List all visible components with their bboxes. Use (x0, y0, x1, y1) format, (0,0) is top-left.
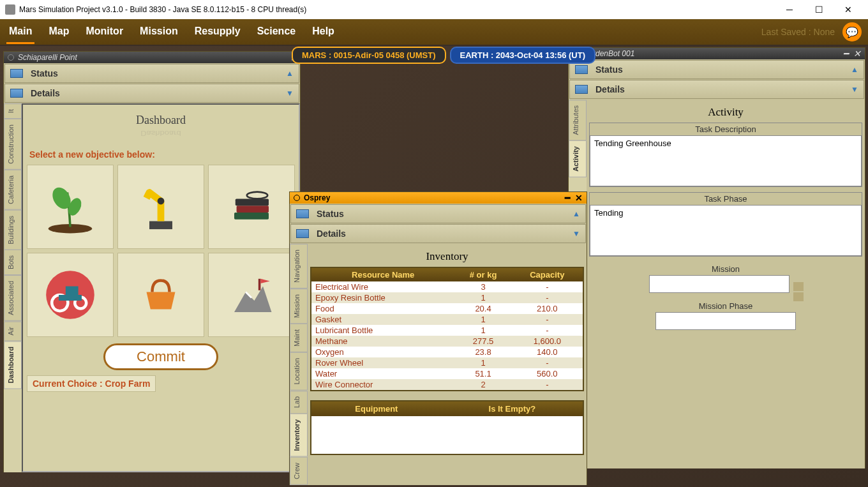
svg-rect-5 (234, 213, 269, 220)
menu-science[interactable]: Science (255, 20, 298, 44)
col-capacity[interactable]: Capacity (512, 267, 583, 281)
list-icon (575, 85, 588, 94)
tab-crew[interactable]: Crew (290, 457, 308, 485)
mission-phase-field[interactable] (655, 312, 796, 330)
table-row[interactable]: Methane277.51,600.0 (311, 336, 583, 347)
menu-map[interactable]: Map (46, 20, 71, 44)
collapse-up-icon: ▲ (286, 69, 294, 78)
tab-cafeteria[interactable]: Cafeteria (4, 170, 22, 210)
earth-time: EARTH : 2043-Oct-04 13:56 (UT) (450, 47, 596, 64)
expand-down-icon: ▼ (572, 229, 580, 238)
menu-resupply[interactable]: Resupply (192, 20, 243, 44)
gbot-details-header[interactable]: Details ▼ (569, 80, 864, 99)
tab-lab[interactable]: Lab (290, 391, 308, 414)
schia-status-header[interactable]: Status ▲ (4, 64, 299, 83)
menu-main[interactable]: Main (6, 20, 34, 44)
schia-vertical-tabs: Dashboard Air Associated Bots Buildings … (4, 103, 22, 472)
gardenbot-window: GardenBot 001 ━✕ Status ▲ Details ▼ Acti… (568, 47, 865, 468)
schiaparelli-title: Schiaparelli Point (18, 53, 77, 62)
task-phase: Tending (590, 205, 862, 256)
tab-construction[interactable]: Construction (4, 119, 22, 170)
window-titlebar: Mars Simulation Project v3.1.0 - Build 3… (0, 0, 868, 19)
objective-tourism[interactable] (208, 253, 295, 337)
objective-crop-farm[interactable] (27, 165, 114, 249)
objective-transportation[interactable] (27, 253, 114, 337)
menu-monitor[interactable]: Monitor (83, 20, 126, 44)
osprey-details-header[interactable]: Details ▼ (290, 224, 586, 243)
tab-inventory[interactable]: Inventory (290, 414, 308, 457)
tab-activity[interactable]: Activity (569, 140, 587, 177)
objective-trade[interactable] (117, 253, 204, 337)
table-row[interactable]: Lubricant Bottle1- (311, 325, 583, 336)
tab-buildings[interactable]: Buildings (4, 210, 22, 250)
svg-rect-13 (59, 295, 82, 301)
osprey-titlebar[interactable]: Osprey ━✕ (290, 192, 587, 204)
close-icon[interactable]: ✕ (853, 49, 861, 59)
tab-associated[interactable]: Associated (4, 275, 22, 321)
osprey-title: Osprey (304, 193, 330, 202)
gbot-status-header[interactable]: Status ▲ (569, 60, 864, 79)
svg-rect-7 (236, 199, 269, 206)
tab-attributes[interactable]: Attributes (569, 100, 587, 140)
mission-action-icon[interactable] (793, 282, 804, 291)
objective-manufacture[interactable] (117, 165, 204, 249)
minimize-button[interactable]: ─ (775, 0, 804, 19)
tab-it[interactable]: It (4, 103, 22, 119)
chat-icon[interactable]: 💬 (842, 22, 862, 41)
table-row[interactable]: Epoxy Resin Bottle1- (311, 292, 583, 303)
mission-label: Mission (589, 264, 862, 274)
menu-mission[interactable]: Mission (137, 20, 181, 44)
mars-time: MARS : 0015-Adir-05 0458 (UMST) (292, 47, 446, 64)
osprey-status-header[interactable]: Status ▲ (290, 204, 586, 223)
task-phase-box: Task Phase Tending (589, 192, 862, 257)
minimize-icon[interactable]: ━ (843, 49, 848, 59)
table-row[interactable]: Food20.4210.0 (311, 303, 583, 314)
close-button[interactable]: ✕ (834, 0, 863, 19)
expand-down-icon: ▼ (851, 85, 858, 94)
maximize-button[interactable]: ☐ (804, 0, 834, 19)
close-icon[interactable]: ✕ (575, 193, 583, 203)
col-equipment[interactable]: Equipment (311, 401, 442, 416)
col-resource[interactable]: Resource Name (311, 267, 454, 281)
tab-location[interactable]: Location (290, 352, 308, 391)
task-description: Tending Greenhouse (590, 135, 862, 186)
dashboard-title: Dashboard (27, 114, 295, 127)
tab-navigation[interactable]: Navigation (290, 244, 308, 288)
tab-air[interactable]: Air (4, 321, 22, 341)
app-icon (5, 4, 15, 15)
current-choice: Current Choice : Crop Farm (27, 375, 156, 392)
objective-research[interactable] (208, 165, 295, 249)
table-row[interactable]: Oxygen23.8140.0 (311, 347, 583, 357)
svg-rect-14 (258, 279, 261, 290)
mission-field[interactable] (649, 275, 789, 293)
commit-button[interactable]: Commit (103, 343, 218, 370)
table-row[interactable]: Wire Connector2- (311, 379, 583, 391)
tab-maint[interactable]: Maint (290, 324, 308, 352)
schiaparelli-window: Schiaparelli Point ▸ Status ▲ Details ▼ … (3, 51, 301, 472)
schiaparelli-titlebar[interactable]: Schiaparelli Point ▸ (4, 52, 300, 63)
col-qty[interactable]: # or kg (454, 267, 511, 281)
table-row[interactable]: Gasket1- (311, 314, 583, 325)
table-row[interactable]: Water51.1560.0 (311, 368, 583, 379)
tab-mission[interactable]: Mission (290, 288, 308, 324)
schia-details-header[interactable]: Details ▼ (4, 84, 299, 103)
inventory-table: Resource Name # or kg Capacity Electrica… (310, 267, 584, 391)
mission-phase-label: Mission Phase (589, 301, 862, 311)
equipment-table: Equipment Is It Empty? (310, 400, 584, 455)
workspace: Schiaparelli Point ▸ Status ▲ Details ▼ … (0, 46, 868, 487)
list-icon (296, 209, 309, 218)
table-row[interactable]: Electrical Wire3- (311, 281, 583, 292)
collapse-up-icon: ▲ (851, 65, 858, 74)
activity-title: Activity (589, 106, 862, 119)
mission-action-icon[interactable] (793, 292, 804, 301)
table-row[interactable]: Rover Wheel1- (311, 357, 583, 368)
menu-help[interactable]: Help (310, 20, 337, 44)
tab-dashboard[interactable]: Dashboard (4, 341, 22, 389)
col-empty[interactable]: Is It Empty? (442, 401, 583, 416)
minimize-icon[interactable]: ━ (565, 193, 570, 203)
list-icon (296, 229, 309, 238)
tab-bots[interactable]: Bots (4, 250, 22, 275)
window-title: Mars Simulation Project v3.1.0 - Build 3… (19, 5, 306, 14)
gardenbot-titlebar[interactable]: GardenBot 001 ━✕ (569, 48, 865, 59)
svg-point-8 (247, 192, 267, 199)
